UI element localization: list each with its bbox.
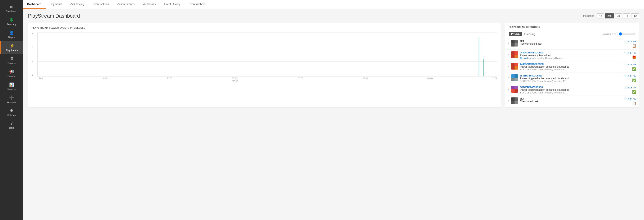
sampling-label: Sampling 1 : 1 <box>602 33 616 35</box>
event-avatar <box>511 40 518 47</box>
tab-event-actions[interactable]: Event Actions <box>88 0 113 9</box>
tab-bar: DashboardSegmentsA/B TestingEvent Action… <box>23 0 644 9</box>
event-player-id[interactable]: 6F08DCB55E2D9823 <box>520 74 622 77</box>
x-label: 03:00 <box>298 77 303 80</box>
info-icon[interactable]: ℹ <box>624 97 626 100</box>
event-avatar <box>511 51 518 58</box>
grid-line <box>38 47 498 47</box>
time-period-controls: Time period 4h24h3d7d4w <box>581 14 639 19</box>
x-label: 06:00 <box>363 77 368 80</box>
panels: PLAYSTREAM PLAYER EVENTS PROCESSED 6 4 2… <box>28 23 639 107</box>
y-label: 2 <box>32 46 36 49</box>
sidebar-item-players[interactable]: 👤Players <box>0 28 23 41</box>
event-description: Title completed task <box>520 42 622 45</box>
pause-button[interactable]: PAUSE <box>509 32 522 36</box>
dashboard-icon: ⊞ <box>10 5 13 9</box>
sidebar-item-servers[interactable]: 🖥Servers <box>0 54 23 67</box>
event-player-id[interactable]: 243E5CBFDBE2C9EC <box>520 63 622 65</box>
event-sub-link[interactable]: CrystalKey <box>520 57 531 59</box>
sidebar-item-economy[interactable]: 💲Economy <box>0 15 23 28</box>
event-avatar <box>511 97 518 104</box>
time-btn-4w[interactable]: 4w <box>631 14 639 19</box>
event-dot <box>508 66 509 67</box>
avatar-cell <box>511 43 514 47</box>
x-label: 15:00 <box>38 77 43 80</box>
y-label: 4 <box>32 60 36 63</box>
sidebar-item-settings[interactable]: ⚙Settings <box>0 106 23 119</box>
event-row: 9C1C6B0747C5C9C8Player triggered action … <box>505 84 639 96</box>
event-player-id[interactable]: 9C1C6B0747C5C9C8 <box>520 86 622 88</box>
event-description: Title started task <box>520 100 622 103</box>
x-label: 00:00Nov 14 <box>232 77 238 82</box>
players-icon: 👤 <box>9 31 14 35</box>
avatar-cell <box>514 101 518 104</box>
avatar-cell <box>514 43 518 47</box>
event-type-icon-check: ✅ <box>632 78 636 82</box>
chart-y-labels: 6 4 2 0 <box>32 33 36 76</box>
event-meta: ℹ12:08 PM✅ <box>624 74 636 82</box>
chart-spike <box>479 37 480 76</box>
sidebar-label: Reports <box>8 88 16 90</box>
avatar-cell <box>511 55 514 58</box>
sidebar-item-addons[interactable]: ➕Add-ons <box>0 93 23 106</box>
event-time: 12:08 PM <box>626 52 636 54</box>
avatar-cell <box>514 86 518 89</box>
event-row: 243E5CBFDBE2C9ECPlayer inventory item ad… <box>505 50 639 61</box>
tab-event-history[interactable]: Event History <box>160 0 184 9</box>
servers-icon: 🖥 <box>10 57 14 61</box>
tab-ab-testing[interactable]: A/B Testing <box>66 0 88 9</box>
event-body: 9C1C6B0747C5C9C8Player triggered action … <box>520 86 622 94</box>
event-body: 6E4Title started task <box>520 97 622 103</box>
tab-webhooks[interactable]: Webhooks <box>139 0 160 9</box>
y-label: 0 <box>32 33 36 35</box>
sidebar-item-dashboard[interactable]: ⊞Dashboard <box>0 2 23 15</box>
event-meta: ℹ12:08 PM✅ <box>624 63 636 71</box>
main-content: DashboardSegmentsA/B TestingEvent Action… <box>23 0 644 220</box>
avatar-cell <box>511 86 514 89</box>
tab-dashboard[interactable]: Dashboard <box>23 0 46 9</box>
time-btn-3d[interactable]: 3d <box>615 14 622 19</box>
event-dot <box>508 100 509 101</box>
sidebar-item-help[interactable]: ?Help <box>0 119 23 132</box>
sampling-slider[interactable] <box>619 32 636 36</box>
event-time: 12:08 PM <box>626 63 636 66</box>
sidebar-item-playstream[interactable]: ⚡PlayStream <box>0 41 23 54</box>
tab-event-archive[interactable]: Event Archive <box>184 0 210 9</box>
debugger-title: PLAYSTREAM DEBUGGER <box>509 26 636 28</box>
event-type-icon-gift: 🎁 <box>632 55 636 59</box>
time-btn-4h[interactable]: 4h <box>597 14 604 19</box>
settings-icon: ⚙ <box>10 108 13 113</box>
time-btn-24h[interactable]: 24h <box>605 14 614 19</box>
avatar-cell <box>514 89 518 93</box>
x-sublabel: Nov 14 <box>232 80 238 82</box>
avatar-cell <box>511 89 514 93</box>
event-description: Player triggered action executed cloudsc… <box>520 88 622 91</box>
debugger-header: PLAYSTREAM DEBUGGER PAUSE Listening... S… <box>505 23 639 38</box>
event-player-id[interactable]: 243E5CBFDBE2C9EC <box>520 51 622 54</box>
sidebar-label: PlayStream <box>6 49 18 52</box>
event-description: Player triggered action executed cloudsc… <box>520 77 622 80</box>
avatar-cell <box>514 78 518 81</box>
avatar-cell <box>511 101 514 104</box>
avatar-cell <box>511 66 514 70</box>
sidebar-item-reports[interactable]: 📊Reports <box>0 80 23 93</box>
event-description: Player triggered action executed cloudsc… <box>520 65 622 68</box>
info-icon[interactable]: ℹ <box>624 86 626 89</box>
info-icon[interactable]: ℹ <box>624 63 626 66</box>
sidebar: ⊞Dashboard💲Economy👤Players⚡PlayStream🖥Se… <box>0 0 23 220</box>
sidebar-label: Dashboard <box>6 10 17 13</box>
sidebar-item-content[interactable]: 📢Content <box>0 67 23 80</box>
info-icon[interactable]: ℹ <box>624 51 626 54</box>
tab-segments[interactable]: Segments <box>46 0 66 9</box>
economy-icon: 💲 <box>9 18 14 22</box>
event-sub-text: SUCCESS: GiveTieredReward() (revision 11… <box>520 91 622 94</box>
event-meta: ℹ12:08 PM✅ <box>624 86 636 94</box>
tab-action-groups[interactable]: Action Groups <box>113 0 139 9</box>
info-icon[interactable]: ℹ <box>624 74 626 77</box>
event-row: 6E4Title started taskℹ12:08 PM📋 <box>505 96 639 107</box>
y-label: 6 <box>32 74 36 76</box>
time-btn-7d[interactable]: 7d <box>623 14 630 19</box>
info-icon[interactable]: ℹ <box>624 40 626 43</box>
event-avatar <box>511 74 518 81</box>
event-time: 12:08 PM <box>626 40 636 43</box>
